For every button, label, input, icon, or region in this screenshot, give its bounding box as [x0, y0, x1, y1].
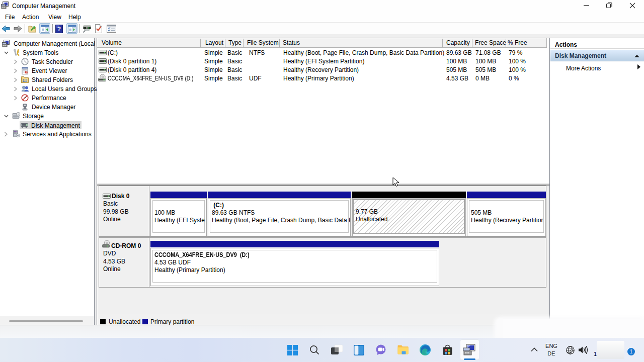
svg-text:?: ?	[57, 26, 61, 33]
